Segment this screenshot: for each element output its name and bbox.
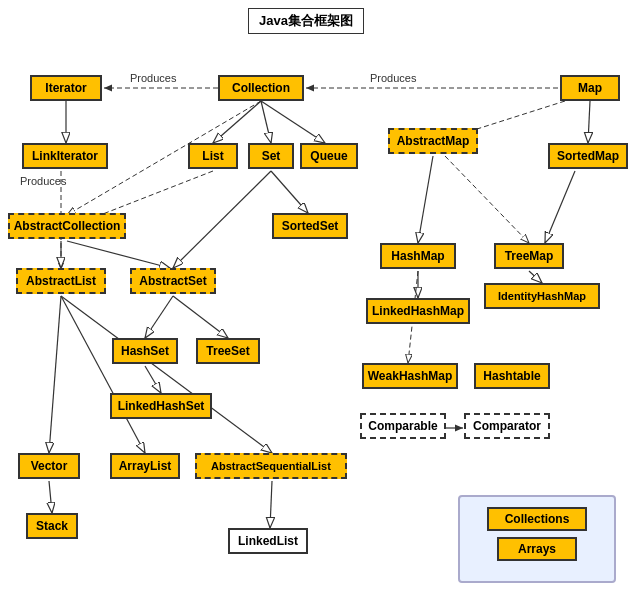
- svg-line-29: [588, 101, 590, 143]
- svg-line-16: [67, 241, 170, 268]
- node-abstractmap: AbstractMap: [388, 128, 478, 154]
- node-abstractlist: AbstractList: [16, 268, 106, 294]
- node-vector: Vector: [18, 453, 80, 479]
- node-hashset: HashSet: [112, 338, 178, 364]
- node-hashmap: HashMap: [380, 243, 456, 269]
- node-iterator: Iterator: [30, 75, 102, 101]
- svg-line-22: [173, 296, 228, 338]
- node-collection: Collection: [218, 75, 304, 101]
- svg-line-12: [213, 101, 261, 143]
- legend-arrays: Arrays: [497, 537, 577, 561]
- svg-text:Produces: Produces: [370, 72, 417, 84]
- svg-line-26: [61, 296, 272, 453]
- diagram-title: Java集合框架图: [248, 8, 364, 34]
- node-sortedset: SortedSet: [272, 213, 348, 239]
- node-linkedhashmap: LinkedHashMap: [366, 298, 470, 324]
- legend-box: Collections Arrays: [458, 495, 616, 583]
- svg-line-27: [49, 481, 52, 513]
- svg-line-28: [270, 481, 272, 528]
- svg-line-36: [529, 271, 542, 283]
- node-identityhashmap: IdentityHashMap: [484, 283, 600, 309]
- node-linkiterator: LinkIterator: [22, 143, 108, 169]
- svg-line-24: [49, 296, 61, 453]
- node-treeset: TreeSet: [196, 338, 260, 364]
- node-weakhashmap: WeakHashMap: [362, 363, 458, 389]
- node-comparable: Comparable: [360, 413, 446, 439]
- svg-line-31: [418, 156, 433, 243]
- svg-text:Produces: Produces: [130, 72, 177, 84]
- node-list: List: [188, 143, 238, 169]
- node-queue: Queue: [300, 143, 358, 169]
- node-stack: Stack: [26, 513, 78, 539]
- svg-line-14: [261, 101, 325, 143]
- node-arraylist: ArrayList: [110, 453, 180, 479]
- node-sortedmap: SortedMap: [548, 143, 628, 169]
- svg-line-13: [261, 101, 271, 143]
- svg-line-33: [545, 171, 575, 243]
- svg-line-32: [445, 156, 529, 243]
- svg-line-25: [61, 296, 145, 453]
- node-hashtable: Hashtable: [474, 363, 550, 389]
- svg-line-19: [271, 171, 308, 213]
- svg-text:Produces: Produces: [20, 175, 67, 187]
- node-treemap: TreeMap: [494, 243, 564, 269]
- node-abstractsequentiallist: AbstractSequentialList: [195, 453, 347, 479]
- node-comparator: Comparator: [464, 413, 550, 439]
- node-linkedlist: LinkedList: [228, 528, 308, 554]
- legend-collections: Collections: [487, 507, 587, 531]
- node-abstractcollection: AbstractCollection: [8, 213, 126, 239]
- svg-line-20: [173, 171, 271, 268]
- node-linkedhashset: LinkedHashSet: [110, 393, 212, 419]
- node-abstractset: AbstractSet: [130, 268, 216, 294]
- svg-line-21: [145, 296, 173, 338]
- node-map: Map: [560, 75, 620, 101]
- diagram-container: Java集合框架图 Produces: [0, 0, 643, 611]
- svg-line-23: [145, 366, 161, 393]
- node-set: Set: [248, 143, 294, 169]
